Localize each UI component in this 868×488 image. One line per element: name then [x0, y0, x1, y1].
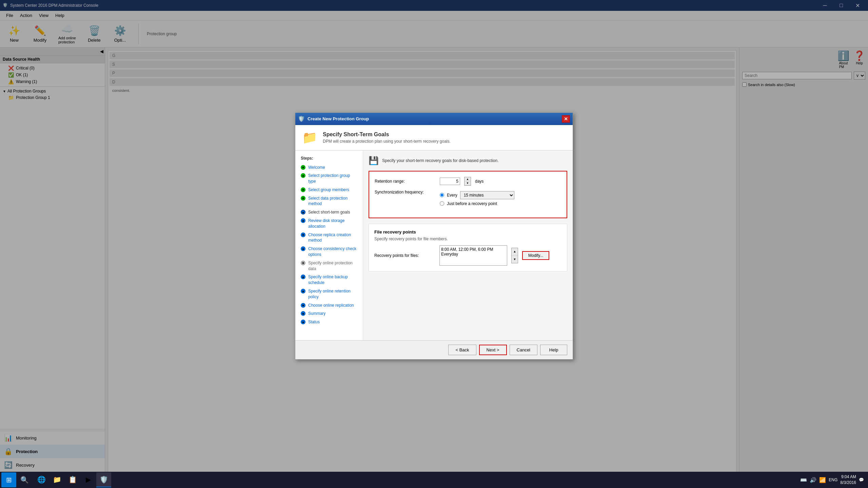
- step-summary-bullet: ●: [301, 311, 305, 316]
- dialog-body: Steps: ● Welcome ● Select protection gro…: [295, 150, 573, 340]
- sync-recovery-label: Just before a recovery point: [447, 201, 497, 206]
- step-consistency-check-bullet: ●: [301, 246, 305, 251]
- notification-icon[interactable]: 💬: [859, 477, 864, 482]
- file-recovery-section: File recovery points Specify recovery po…: [369, 224, 567, 271]
- retention-spinner: ▲ ▼: [464, 177, 471, 186]
- dialog-header-subtitle: DPM will create a protection plan using …: [323, 139, 451, 144]
- step-online-protection[interactable]: ● Specify online protection data: [295, 259, 363, 273]
- step-online-retention-text: Specify online retention policy: [308, 288, 357, 300]
- list-scroll-up[interactable]: ▲: [512, 248, 518, 256]
- step-consistency-check[interactable]: ● Choose consistency check options: [295, 245, 363, 259]
- step-welcome-text: Welcome: [308, 165, 325, 170]
- dialog-header: 📁 Specify Short-Term Goals DPM will crea…: [295, 125, 573, 150]
- taskbar: ⊞ 🔍 🌐 📁 📋 ▶ 🛡️ ⌨️ 🔊 📶 ENG 9:04 AM 8/3/20…: [0, 472, 868, 488]
- recovery-points-label: Recovery points for files:: [374, 253, 435, 258]
- dialog-header-text: Specify Short-Term Goals DPM will create…: [323, 131, 451, 144]
- content-desc-text: Specify your short-term recovery goals f…: [382, 158, 498, 163]
- clock-date: 8/3/2016: [840, 480, 856, 486]
- step-welcome[interactable]: ● Welcome: [295, 163, 363, 172]
- dialog-close-button[interactable]: ✕: [562, 115, 570, 123]
- recovery-points-row: Recovery points for files: 8:00 AM, 12:0…: [374, 245, 561, 266]
- sync-every-label: Every: [447, 193, 457, 198]
- step-data-protection[interactable]: ● Select data protection method: [295, 194, 363, 208]
- terminal-icon: ▶: [86, 475, 91, 484]
- content-description: 💾 Specify your short-term recovery goals…: [369, 156, 567, 165]
- step-status-bullet: ●: [301, 320, 305, 324]
- tray-icons: ⌨️ 🔊 📶: [800, 477, 826, 483]
- start-button[interactable]: ⊞: [1, 472, 16, 487]
- sync-row: Synchronization frequency: Every 15 minu…: [375, 190, 561, 208]
- retention-unit: days: [475, 179, 484, 184]
- step-online-replication-bullet: ●: [301, 303, 305, 308]
- list-scroll: ▲ ▼: [511, 248, 518, 263]
- modal-overlay: 🛡️ Create New Protection Group ✕ 📁 Speci…: [0, 0, 868, 472]
- step-summary[interactable]: ● Summary: [295, 309, 363, 318]
- dialog-titlebar: 🛡️ Create New Protection Group ✕: [295, 113, 573, 125]
- content-desc-icon: 💾: [369, 156, 379, 165]
- step-online-backup-text: Specify online backup schedule: [308, 274, 357, 286]
- file-recovery-subtitle: Specify recovery points for file members…: [374, 237, 561, 241]
- retention-row: Retention range: ▲ ▼ days: [375, 177, 561, 186]
- next-button[interactable]: Next >: [479, 345, 507, 355]
- back-button[interactable]: < Back: [448, 345, 476, 355]
- edge-icon: 🌐: [37, 475, 46, 484]
- recovery-points-list: 8:00 AM, 12:00 PM, 6:00 PM Everyday: [439, 245, 507, 266]
- step-select-members-bullet: ●: [301, 187, 305, 192]
- taskbar-edge[interactable]: 🌐: [34, 472, 49, 487]
- step-welcome-bullet: ●: [301, 165, 305, 170]
- step-data-protection-text: Select data protection method: [308, 196, 357, 207]
- step-short-term-bullet: ●: [301, 210, 305, 215]
- step-online-backup-bullet: ●: [301, 274, 305, 279]
- taskbar-apps: 🌐 📁 📋 ▶ 🛡️: [34, 472, 111, 487]
- tray-volume-icon: 🔊: [810, 477, 816, 483]
- dialog-header-title: Specify Short-Term Goals: [323, 131, 451, 138]
- taskbar-clock[interactable]: 9:04 AM 8/3/2016: [840, 474, 856, 486]
- cancel-button[interactable]: Cancel: [510, 345, 537, 355]
- dialog-steps-panel: Steps: ● Welcome ● Select protection gro…: [295, 150, 363, 340]
- dialog-header-icon: 📁: [302, 130, 317, 145]
- modify-button[interactable]: Modify...: [522, 251, 549, 260]
- sync-label: Synchronization frequency:: [375, 190, 436, 195]
- folder-icon: 📁: [53, 475, 61, 484]
- step-select-type-bullet: ●: [301, 173, 305, 178]
- step-summary-text: Summary: [308, 311, 326, 317]
- taskbar-terminal[interactable]: ▶: [81, 472, 96, 487]
- taskbar-shield[interactable]: 🛡️: [96, 472, 111, 487]
- tray-keyboard-icon: ⌨️: [800, 477, 807, 483]
- step-status[interactable]: ● Status: [295, 318, 363, 326]
- sync-recovery-radio[interactable]: [440, 201, 444, 206]
- dialog-title-text: Create New Protection Group: [308, 116, 562, 121]
- step-select-members-text: Select group members: [308, 187, 349, 193]
- taskbar-notes[interactable]: 📋: [65, 472, 80, 487]
- step-replica-creation-bullet: ●: [301, 232, 305, 237]
- help-dialog-button[interactable]: Help: [540, 345, 567, 355]
- list-scroll-down[interactable]: ▼: [512, 256, 518, 263]
- taskbar-search-button[interactable]: 🔍: [17, 472, 32, 487]
- step-short-term[interactable]: ● Select short-term goals: [295, 208, 363, 217]
- step-online-retention[interactable]: ● Specify online retention policy: [295, 287, 363, 301]
- retention-increment[interactable]: ▲: [465, 177, 471, 181]
- step-online-backup[interactable]: ● Specify online backup schedule: [295, 273, 363, 287]
- sync-every-radio[interactable]: [440, 193, 444, 197]
- retention-input[interactable]: [440, 178, 460, 185]
- step-review-disk-text: Review disk storage allocation: [308, 218, 357, 229]
- sync-every-row: Every 15 minutes 30 minutes 1 hour 2 hou…: [440, 191, 514, 199]
- step-consistency-check-text: Choose consistency check options: [308, 246, 357, 258]
- step-status-text: Status: [308, 319, 320, 325]
- step-replica-creation[interactable]: ● Choose replica creation method: [295, 231, 363, 245]
- shield-app-icon: 🛡️: [100, 475, 108, 484]
- step-review-disk[interactable]: ● Review disk storage allocation: [295, 217, 363, 231]
- sync-frequency-dropdown[interactable]: 15 minutes 30 minutes 1 hour 2 hours 4 h…: [460, 191, 514, 199]
- sync-options: Every 15 minutes 30 minutes 1 hour 2 hou…: [440, 191, 514, 208]
- sync-recovery-point-row: Just before a recovery point: [440, 201, 514, 206]
- step-select-type[interactable]: ● Select protection group type: [295, 171, 363, 186]
- retention-decrement[interactable]: ▼: [465, 181, 471, 185]
- retention-label: Retention range:: [375, 179, 436, 184]
- step-online-replication-text: Choose online replication: [308, 303, 354, 308]
- step-online-retention-bullet: ●: [301, 289, 305, 293]
- step-online-protection-bullet: ●: [301, 261, 305, 265]
- step-select-members[interactable]: ● Select group members: [295, 186, 363, 194]
- taskbar-folder[interactable]: 📁: [50, 472, 64, 487]
- notes-icon: 📋: [68, 475, 77, 484]
- step-online-replication[interactable]: ● Choose online replication: [295, 301, 363, 310]
